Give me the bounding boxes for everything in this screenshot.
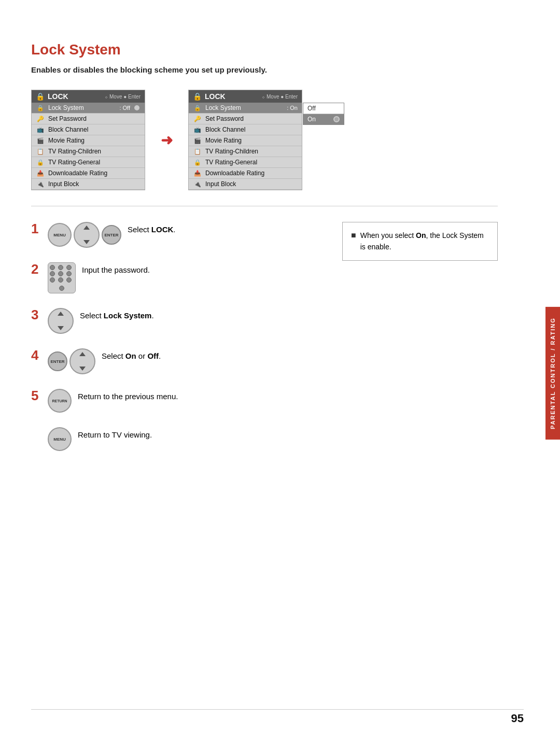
return-button-5: RETURN <box>48 389 72 413</box>
step-2-text: Input the password. <box>82 262 150 276</box>
info-box: ■ When you select On, the Lock System is… <box>342 222 498 261</box>
step-menu-text: Return to TV viewing. <box>78 427 152 441</box>
step-number-2: 2 <box>31 262 41 276</box>
dropdown-option-off: Off <box>303 103 344 114</box>
item-label-7: Input Block <box>48 180 141 188</box>
item-icon-1: 🔑 <box>36 116 45 122</box>
menu-after-item-6: 📥 Downloadable Rating <box>189 168 302 179</box>
item-label-2: Block Channel <box>48 126 141 133</box>
menu-before-item-6: 📥 Downloadable Rating <box>32 168 145 179</box>
nav-wheel-3 <box>48 308 74 334</box>
item-value-0: : Off <box>119 105 130 111</box>
chevron-up-3 <box>58 312 64 316</box>
nav-hint-after: ⬦ Move ● Enter <box>262 94 298 100</box>
side-tab: PARENTAL CONTROL / RATING <box>545 307 560 440</box>
steps-right: ■ When you select On, the Lock System is… <box>342 222 498 466</box>
chevron-up-4 <box>79 352 86 356</box>
lock-icon-before: 🔒 <box>36 92 45 101</box>
bottom-divider <box>31 709 524 710</box>
menu-after-item-0: 🔒 Lock System : On Off On <box>189 103 302 114</box>
chevron-down-3 <box>58 326 64 330</box>
item-label-6: Downloadable Rating <box>48 170 141 177</box>
step-number-1: 1 <box>31 222 41 235</box>
step-4-text: Select On or Off. <box>102 348 161 362</box>
dot-2 <box>58 265 63 270</box>
item-icon-after-6: 📥 <box>193 170 202 177</box>
menu-before-item-1: 🔑 Set Password <box>32 114 145 124</box>
item-label-after-7: Input Block <box>205 180 298 188</box>
info-bullet: ■ When you select On, the Lock System is… <box>351 230 489 253</box>
step-number-5: 5 <box>31 389 41 402</box>
page-title: Lock System <box>31 41 498 58</box>
page-subtitle: Enables or disables the blocking scheme … <box>31 65 498 74</box>
item-label-after-6: Downloadable Rating <box>205 170 298 177</box>
bullet-mark: ■ <box>351 230 356 253</box>
item-label-after-0: Lock System <box>205 104 284 111</box>
chevron-down-1 <box>83 240 90 244</box>
item-value-after-0: : On <box>287 105 298 111</box>
nav-wheel-1 <box>74 222 100 248</box>
item-label-3: Movie Rating <box>48 137 141 144</box>
item-label-0: Lock System <box>48 104 116 111</box>
menu-button-final: MENU <box>48 427 72 451</box>
item-icon-4: 📋 <box>36 148 45 155</box>
step-3-text: Select Lock System. <box>80 308 154 322</box>
dot-8 <box>58 277 63 283</box>
item-icon-after-2: 📺 <box>193 126 202 133</box>
menu-after-item-4: 📋 TV Rating-Children <box>189 146 302 157</box>
item-label-after-4: TV Rating-Children <box>205 148 298 155</box>
step-2: 2 <box>31 262 321 293</box>
menu-after-item-5: 🔒 TV Rating-General <box>189 157 302 168</box>
enter-button-1: ENTER <box>102 225 121 245</box>
step-4-icons: ENTER <box>48 348 95 374</box>
menu-before-item-0: 🔒 Lock System : Off <box>32 103 145 114</box>
dropdown-option-on: On <box>303 114 344 124</box>
menu-after-item-1: 🔑 Set Password <box>189 114 302 124</box>
item-label-4: TV Rating-Children <box>48 148 141 155</box>
item-icon-7: 🔌 <box>36 181 45 188</box>
screenshots-row: 🔒 LOCK ⬦ Move ● Enter 🔒 Lock System : Of… <box>31 90 498 190</box>
dropdown-circle <box>333 116 340 122</box>
item-icon-after-7: 🔌 <box>193 181 202 188</box>
menu-after-item-3: 🎬 Movie Rating <box>189 135 302 146</box>
circle-btn-0 <box>133 104 141 111</box>
nav-hint-before: ⬦ Move ● Enter <box>105 94 141 100</box>
item-icon-after-3: 🎬 <box>193 137 202 144</box>
arrow-right: ➜ <box>161 132 173 149</box>
dot-5 <box>58 271 63 276</box>
item-label-1: Set Password <box>48 115 141 122</box>
enter-button-4: ENTER <box>48 351 67 371</box>
info-text: When you select On, the Lock System is e… <box>360 230 489 253</box>
menu-after-item-7: 🔌 Input Block <box>189 179 302 190</box>
steps-area: 1 MENU ENTER Select LOCK. 2 <box>31 222 498 466</box>
dot-9 <box>66 277 72 283</box>
dot-0 <box>59 286 64 291</box>
item-label-after-2: Block Channel <box>205 126 298 133</box>
dot-3 <box>66 265 72 270</box>
numpad-grid-2 <box>50 265 74 283</box>
item-icon-after-5: 🔒 <box>193 159 202 166</box>
step-2-icons <box>48 262 76 293</box>
page-number: 95 <box>511 712 524 725</box>
menu-before-item-4: 📋 TV Rating-Children <box>32 146 145 157</box>
dropdown-on-label: On <box>307 116 316 123</box>
item-icon-0: 🔒 <box>36 105 45 111</box>
item-label-5: TV Rating-General <box>48 159 141 166</box>
step-number-4: 4 <box>31 348 41 362</box>
item-label-after-3: Movie Rating <box>205 137 298 144</box>
menu-before: 🔒 LOCK ⬦ Move ● Enter 🔒 Lock System : Of… <box>31 90 145 190</box>
item-label-after-1: Set Password <box>205 115 298 122</box>
item-icon-after-1: 🔑 <box>193 116 202 122</box>
menu-after-item-2: 📺 Block Channel <box>189 124 302 135</box>
item-icon-after-4: 📋 <box>193 148 202 155</box>
dot-6 <box>66 271 72 276</box>
divider <box>31 206 498 206</box>
step-1-text: Select LOCK. <box>128 222 176 236</box>
item-icon-6: 📥 <box>36 170 45 177</box>
chevron-up-1 <box>83 226 90 230</box>
lock-icon-after: 🔒 <box>193 92 202 101</box>
menu-before-item-3: 🎬 Movie Rating <box>32 135 145 146</box>
nav-wheel-4 <box>69 348 95 374</box>
step-number-3: 3 <box>31 308 41 321</box>
dot-7 <box>50 277 55 283</box>
